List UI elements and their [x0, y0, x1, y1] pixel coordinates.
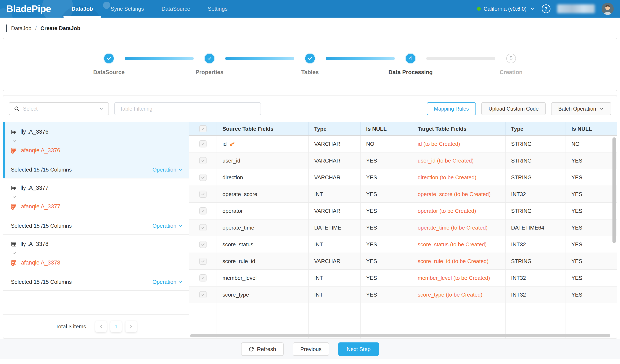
source-isnull-cell: YES — [361, 270, 412, 286]
operation-dropdown[interactable]: Operation — [153, 167, 183, 173]
next-step-button[interactable]: Next Step — [338, 342, 379, 356]
avatar[interactable] — [602, 3, 614, 15]
source-type-cell: VARCHAR — [309, 203, 361, 219]
source-field-cell: score_rule_id — [217, 253, 309, 269]
col-header-target-field: Target Table Fields — [412, 122, 506, 135]
row-checkbox-cell — [189, 169, 217, 185]
prev-page-button[interactable] — [95, 321, 107, 332]
upload-custom-code-button[interactable]: Upload Custom Code — [481, 102, 546, 115]
step-label: Creation — [499, 69, 523, 76]
nav-item-settings[interactable]: Settings — [206, 0, 230, 18]
select-dropdown[interactable]: Select — [9, 102, 109, 115]
status-dot-icon — [477, 7, 481, 11]
selected-columns-label: Selected 15 /15 Columns — [11, 279, 72, 285]
chevron-down-icon — [178, 224, 183, 228]
chevron-right-icon — [129, 324, 133, 329]
source-isnull-cell: YES — [361, 219, 412, 236]
row-checkbox[interactable] — [199, 274, 206, 281]
check-icon — [201, 276, 205, 280]
chevron-down-icon[interactable] — [12, 251, 183, 256]
target-type-cell: INT32 — [506, 287, 566, 303]
mapping-rules-button[interactable]: Mapping Rules — [427, 102, 476, 115]
previous-button[interactable]: Previous — [293, 342, 329, 356]
target-field-cell: user_id (to be Created) — [412, 152, 506, 169]
breadcrumb: DataJob / Create DataJob — [0, 20, 620, 36]
operation-dropdown[interactable]: Operation — [153, 223, 183, 229]
row-checkbox-cell — [189, 203, 217, 219]
step: 4 Data Processing — [395, 54, 426, 76]
target-isnull-cell: YES — [566, 203, 617, 219]
chevron-down-icon[interactable] — [12, 195, 183, 200]
row-checkbox[interactable] — [199, 241, 206, 248]
next-page-button[interactable] — [125, 321, 137, 332]
source-type-cell: VARCHAR — [309, 136, 361, 152]
help-icon[interactable]: ? — [542, 4, 550, 13]
row-checkbox[interactable] — [199, 258, 206, 265]
table-icon — [11, 129, 17, 135]
refresh-icon — [249, 346, 254, 352]
stepper-panel: DataSource Properties Tables 4 Data Proc… — [3, 38, 617, 91]
main-nav: DataJobSync SettingsDataSourceSettings — [69, 0, 230, 18]
sidebar-table-item[interactable]: lly .A_3376 afanqie A_3376 Selected 15 /… — [3, 122, 189, 179]
row-checkbox-cell — [189, 236, 217, 253]
source-field-cell: direction — [217, 169, 309, 185]
table-filter-input[interactable] — [114, 102, 261, 115]
check-icon — [201, 192, 205, 196]
step-connector — [326, 57, 395, 60]
row-checkbox[interactable] — [199, 207, 206, 214]
nav-item-sync-settings[interactable]: Sync Settings — [108, 0, 146, 18]
step-label: Data Processing — [388, 69, 433, 76]
source-field-cell: operator — [217, 203, 309, 219]
region-label: California (v0.6.0) — [484, 6, 527, 12]
row-checkbox[interactable] — [199, 224, 206, 231]
breadcrumb-parent[interactable]: DataJob — [11, 25, 31, 32]
target-isnull-cell: YES — [566, 152, 617, 169]
row-checkbox-cell — [189, 219, 217, 236]
horizontal-scrollbar-thumb[interactable] — [190, 334, 610, 337]
source-type-cell: INT — [309, 186, 361, 202]
table-row: operate_time DATETIME YES operate_time (… — [189, 219, 617, 236]
stepper: DataSource Properties Tables 4 Data Proc… — [93, 54, 527, 76]
check-icon — [201, 142, 205, 146]
source-field-cell: score_type — [217, 287, 309, 303]
target-type-cell: DATETIME64 — [506, 219, 566, 236]
page-number-button[interactable]: 1 — [110, 321, 122, 332]
row-checkbox-cell — [189, 136, 217, 152]
operation-dropdown[interactable]: Operation — [153, 279, 183, 285]
table-header-row: Source Table Fields Type Is NULL Target … — [189, 122, 617, 136]
row-checkbox[interactable] — [199, 140, 206, 147]
source-type-cell: VARCHAR — [309, 253, 361, 269]
row-checkbox[interactable] — [199, 191, 206, 198]
source-type-cell: INT — [309, 287, 361, 303]
step: Properties — [194, 54, 225, 76]
batch-operation-button[interactable]: Batch Operation — [551, 102, 611, 115]
row-checkbox[interactable] — [199, 174, 206, 181]
partial-row — [189, 303, 617, 338]
step: 5 Creation — [495, 54, 527, 76]
step: DataSource — [93, 54, 125, 76]
row-checkbox[interactable] — [199, 157, 206, 164]
chevron-down-icon — [599, 106, 604, 111]
sidebar-table-item[interactable]: lly .A_3377 afanqie A_3377 Selected 15 /… — [3, 179, 189, 235]
row-checkbox[interactable] — [199, 291, 206, 298]
sidebar-table-item[interactable]: lly .A_3378 afanqie A_3378 Selected 15 /… — [3, 235, 189, 291]
nav-item-datajob[interactable]: DataJob — [69, 0, 95, 18]
source-isnull-cell: YES — [361, 253, 412, 269]
row-checkbox-cell — [189, 152, 217, 169]
source-table-name: lly .A_3377 — [20, 185, 49, 191]
refresh-button[interactable]: Refresh — [241, 342, 284, 356]
content-area: lly .A_3376 afanqie A_3376 Selected 15 /… — [3, 122, 617, 338]
row-checkbox-cell — [189, 186, 217, 202]
chevron-down-icon[interactable] — [12, 138, 183, 143]
check-icon — [201, 259, 205, 263]
select-all-checkbox[interactable] — [199, 125, 206, 132]
nav-item-datasource[interactable]: DataSource — [159, 0, 192, 18]
step-connector — [125, 57, 194, 60]
table-row: operate_score INT YES operate_score (to … — [189, 186, 617, 203]
target-isnull-cell: YES — [566, 169, 617, 185]
vertical-scrollbar-thumb[interactable] — [612, 137, 616, 243]
region-selector[interactable]: California (v0.6.0) — [477, 6, 535, 12]
target-isnull-cell: YES — [566, 287, 617, 303]
source-field-cell: id — [217, 136, 309, 152]
table-row: id VARCHAR NO id (to be Created) STRING … — [189, 136, 617, 152]
